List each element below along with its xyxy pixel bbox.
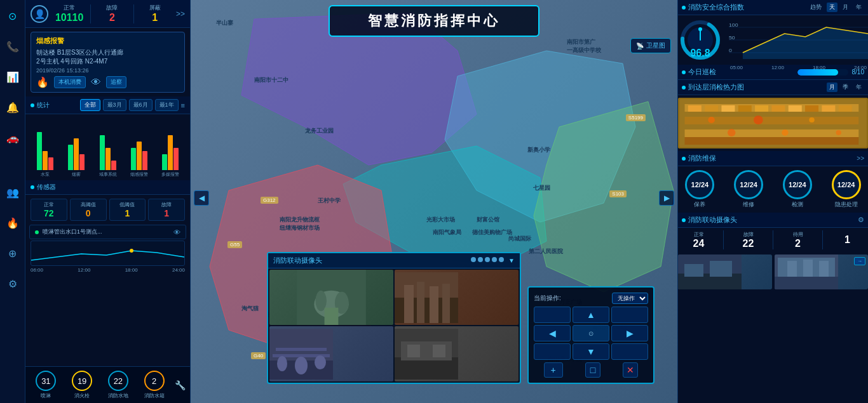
cam-settings-icon[interactable]: ⚙ xyxy=(858,216,864,224)
ptz-action-select[interactable]: 无操作 上移 下移 左移 右移 xyxy=(612,293,648,304)
sidebar-icon-people[interactable]: 👥 xyxy=(3,183,22,202)
alert-title: 烟感报警 xyxy=(36,36,179,46)
bottom-hydrant[interactable]: 19 消火栓 xyxy=(67,371,98,399)
svg-rect-50 xyxy=(721,105,735,112)
time-1: 06:00 xyxy=(31,267,43,273)
maint-title-text: 消防维保 xyxy=(688,154,716,163)
alert-btn-consume[interactable]: 本机消费 xyxy=(54,76,86,88)
heatmap-tab-month[interactable]: 月 xyxy=(827,83,837,92)
stat-shield-label: 屏蔽 xyxy=(149,4,161,12)
chart-label-4: 烟感报警 xyxy=(125,171,153,178)
ptz-right[interactable]: ▶ xyxy=(611,325,648,341)
bottom-sprinkler[interactable]: 31 喷淋 xyxy=(31,371,62,399)
filter-3m[interactable]: 最3月 xyxy=(103,99,126,111)
sprinkler-num: 31 xyxy=(41,376,50,386)
sensor-dot xyxy=(31,185,34,189)
filter-6m[interactable]: 最6月 xyxy=(129,99,153,111)
cam-normal-label: 正常 xyxy=(694,231,704,238)
maintenance-row: 12/24 保养 12/24 维修 12/24 检测 12/24 隐患处理 xyxy=(678,166,868,213)
svg-point-60 xyxy=(809,117,814,122)
tab-year[interactable]: 年 xyxy=(853,3,864,12)
eye-icon: 👁 xyxy=(91,77,101,88)
sensor-eye-icon[interactable]: 👁 xyxy=(173,228,180,236)
bar-4c xyxy=(142,151,147,170)
chart-label-5: 多媒报警 xyxy=(156,171,185,178)
ptz-close[interactable]: ✕ xyxy=(623,362,638,378)
ptz-down[interactable]: ▼ xyxy=(573,343,609,360)
safety-dot xyxy=(682,6,686,10)
svg-rect-14 xyxy=(417,282,424,323)
list-icon[interactable]: ≡ xyxy=(181,102,185,109)
svg-rect-56 xyxy=(822,105,835,112)
sensor-fault-label: 故障 xyxy=(161,201,172,208)
svg-rect-51 xyxy=(738,105,752,112)
cam-thumb-1[interactable] xyxy=(678,254,772,289)
sidebar-icon-hydrant[interactable]: ⊕ xyxy=(3,244,22,263)
video-dot-2 xyxy=(478,257,483,262)
tab-trend[interactable]: 趋势 xyxy=(808,3,824,12)
svg-point-23 xyxy=(315,355,326,369)
sensor-dot-small xyxy=(35,230,39,234)
video-expand-icon[interactable]: ▼ xyxy=(508,257,515,264)
ptz-up[interactable]: ▲ xyxy=(573,307,609,323)
sidebar-icon-phone[interactable]: 📞 xyxy=(3,37,22,56)
tab-day[interactable]: 天 xyxy=(827,3,837,12)
filter-all[interactable]: 全部 xyxy=(80,99,100,111)
nav-arrow-left[interactable]: ◀ xyxy=(194,190,209,206)
heatmap-tab-quarter[interactable]: 季 xyxy=(840,83,851,92)
ptz-left[interactable]: ◀ xyxy=(534,325,571,341)
map-area[interactable]: G312 G55 G40 S103 S5199 半山寨 南阳市第广一高级中学校 … xyxy=(191,0,677,403)
heatmap-dot xyxy=(682,86,686,89)
map-label-wangcun: 王村中学 xyxy=(318,197,341,205)
svg-rect-13 xyxy=(404,285,414,323)
sensor-section-label: 传感器 xyxy=(37,183,56,192)
camera-header: 消防联动摄像头 ⚙ xyxy=(678,213,868,228)
nav-arrow-right[interactable]: ▶ xyxy=(659,190,674,206)
ptz-center[interactable]: ⊙ xyxy=(573,325,609,341)
svg-rect-25 xyxy=(395,357,458,380)
sidebar-icon-alert[interactable]: 🔔 xyxy=(3,98,22,117)
road-s5199: S5199 xyxy=(626,114,646,121)
map-label-nanyang12: 南阳市十二中 xyxy=(254,76,288,84)
cam-thumb-2[interactable]: → xyxy=(775,254,869,289)
video-cell-4[interactable] xyxy=(395,326,519,381)
maint-weixiu-label: 维修 xyxy=(743,201,754,209)
ptz-square[interactable]: □ xyxy=(585,362,600,378)
heatmap-tab-year[interactable]: 年 xyxy=(853,83,864,92)
alert-btn-trace[interactable]: 追察 xyxy=(106,76,126,88)
stats-row: 👤 正常 10110 故障 2 屏蔽 1 >> xyxy=(25,0,190,28)
sidebar-icon-home[interactable]: ⊙ xyxy=(3,6,22,25)
cam-normal-value: 24 xyxy=(693,238,705,249)
maint-expand[interactable]: >> xyxy=(857,155,864,162)
chart-label-3: 域事系统 xyxy=(93,171,122,178)
tab-month[interactable]: 月 xyxy=(840,3,851,12)
ptz-zoom-in[interactable]: + xyxy=(544,362,563,378)
mini-chart-svg: 100 50 0 xyxy=(729,18,868,62)
sidebar-icon-car[interactable]: 🚗 xyxy=(3,128,22,147)
wrench-icon[interactable]: 🔧 xyxy=(175,380,186,390)
video-cell-3[interactable] xyxy=(269,326,393,381)
bar-5a xyxy=(162,154,167,170)
satellite-button[interactable]: 📡 卫星图 xyxy=(630,38,671,53)
filter-1y[interactable]: 最1年 xyxy=(155,99,179,111)
inspection-dot xyxy=(682,70,686,74)
sidebar-icon-settings[interactable]: ⚙ xyxy=(3,274,22,293)
sidebar-icon-chart[interactable]: 📊 xyxy=(3,67,22,86)
bottom-water-pool[interactable]: 22 消防水地 xyxy=(103,371,134,399)
svg-rect-72 xyxy=(803,260,813,277)
alert-line1: 朝达楼 B1层S3区公共人行通廊 xyxy=(36,48,179,57)
inspection-title-text: 今日巡检 xyxy=(688,67,716,77)
video-cell-2[interactable] xyxy=(395,270,519,325)
bottom-water-tank[interactable]: 2 消防水箱 xyxy=(139,371,170,399)
water-pool-num: 22 xyxy=(114,376,123,386)
safety-tabs: 趋势 天 月 年 xyxy=(808,3,864,12)
svg-rect-27 xyxy=(407,345,420,357)
video-cell-1[interactable] xyxy=(269,270,393,325)
map-label-hospital: 第二人民医院 xyxy=(529,248,563,256)
bar-3a xyxy=(100,135,105,170)
hydrant-circle: 19 xyxy=(72,371,92,391)
sidebar-icon-fire[interactable]: 🔥 xyxy=(3,213,22,232)
expand-arrow[interactable]: >> xyxy=(176,10,185,18)
maint-jiance: 12/24 检测 xyxy=(783,170,812,209)
sensor-low: 低阈值 1 xyxy=(109,199,146,221)
